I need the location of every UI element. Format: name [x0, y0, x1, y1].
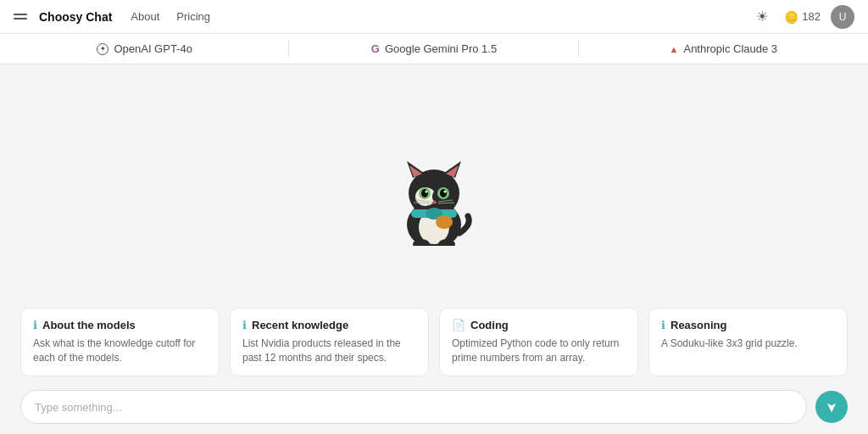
card-header: ℹ Recent knowledge — [242, 319, 416, 331]
avatar[interactable]: U — [831, 5, 854, 29]
main-content: ℹ About the models Ask what is the knowl… — [0, 64, 868, 434]
card-header: ℹ About the models — [33, 319, 207, 331]
token-display: 🪙 182 — [784, 10, 821, 24]
avatar-initial: U — [839, 11, 847, 23]
coding-desc: Optimized Python code to only return pri… — [452, 337, 626, 365]
app-title: Choosy Chat — [39, 10, 112, 24]
svg-point-11 — [421, 189, 428, 198]
model-tab-openai[interactable]: ✦ OpenAI GPT-4o — [0, 34, 289, 64]
chat-input[interactable] — [20, 390, 807, 424]
cat-mascot — [383, 136, 485, 237]
svg-point-22 — [436, 215, 453, 229]
header-right: ☀ 🪙 182 U — [750, 5, 854, 29]
model-tabs: ✦ OpenAI GPT-4o G Google Gemini Pro 1.5 … — [0, 34, 868, 64]
about-models-title: About the models — [42, 319, 136, 331]
reasoning-desc: A Soduku-like 3x3 grid puzzle. — [661, 337, 835, 351]
sidebar-toggle-button[interactable] — [14, 8, 31, 25]
openai-icon: ✦ — [97, 43, 108, 55]
token-icon: 🪙 — [784, 10, 798, 24]
mascot-area — [383, 64, 485, 308]
svg-point-13 — [426, 190, 428, 192]
openai-label: OpenAI GPT-4o — [114, 42, 192, 55]
coding-icon: 📄 — [452, 319, 465, 331]
input-area: ➤ — [0, 383, 868, 434]
about-models-icon: ℹ — [33, 319, 37, 331]
google-icon: G — [371, 42, 380, 55]
reasoning-title: Reasoning — [670, 319, 726, 331]
anthropic-icon: ▲ — [670, 44, 679, 54]
svg-point-12 — [440, 189, 447, 198]
coding-title: Coding — [470, 319, 509, 331]
nav-about[interactable]: About — [124, 7, 166, 26]
suggestion-card-reasoning[interactable]: ℹ Reasoning A Soduku-like 3x3 grid puzzl… — [648, 308, 848, 376]
anthropic-label: Anthropic Claude 3 — [683, 42, 777, 55]
recent-knowledge-title: Recent knowledge — [252, 319, 348, 331]
model-tab-anthropic[interactable]: ▲ Anthropic Claude 3 — [579, 34, 868, 64]
suggestion-card-about-models[interactable]: ℹ About the models Ask what is the knowl… — [20, 308, 220, 376]
cat-svg — [383, 136, 485, 246]
token-count: 182 — [802, 10, 821, 23]
about-models-desc: Ask what is the knowledge cutoff for eac… — [33, 337, 207, 365]
header-left: Choosy Chat About Pricing — [14, 7, 217, 26]
nav-pricing[interactable]: Pricing — [170, 7, 217, 26]
svg-point-14 — [444, 190, 447, 192]
google-label: Google Gemini Pro 1.5 — [385, 42, 497, 55]
card-header: 📄 Coding — [452, 319, 626, 331]
card-header: ℹ Reasoning — [661, 319, 835, 331]
suggestion-card-coding[interactable]: 📄 Coding Optimized Python code to only r… — [439, 308, 638, 376]
recent-knowledge-desc: List Nvidia products released in the pas… — [242, 337, 416, 365]
send-icon: ➤ — [824, 402, 840, 413]
nav-links: About Pricing — [124, 7, 217, 26]
app-header: Choosy Chat About Pricing ☀ 🪙 182 U — [0, 0, 868, 34]
reasoning-icon: ℹ — [661, 319, 665, 331]
sun-icon: ☀ — [756, 8, 768, 25]
theme-toggle-button[interactable]: ☀ — [750, 5, 774, 29]
model-tab-google[interactable]: G Google Gemini Pro 1.5 — [289, 34, 578, 64]
send-button[interactable]: ➤ — [815, 391, 848, 423]
recent-knowledge-icon: ℹ — [242, 319, 247, 331]
suggestion-card-recent-knowledge[interactable]: ℹ Recent knowledge List Nvidia products … — [230, 308, 429, 376]
suggestions-area: ℹ About the models Ask what is the knowl… — [0, 308, 868, 383]
